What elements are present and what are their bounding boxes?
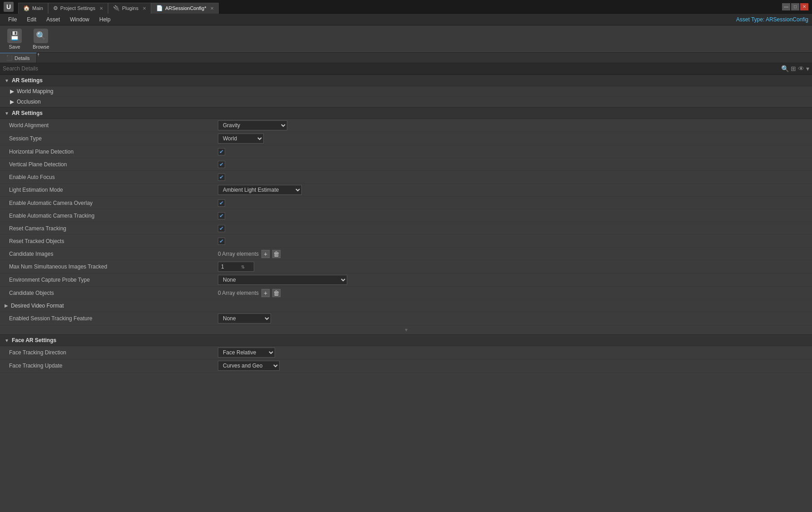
- candidate-images-value: 0 Array elements + 🗑: [218, 250, 803, 258]
- enable-automatic-camera-tracking-row: Enable Automatic Camera Tracking ✔: [0, 209, 812, 222]
- grid-icon[interactable]: ⊞: [791, 65, 796, 72]
- browse-button[interactable]: 🔍 Browse: [29, 27, 53, 51]
- save-button[interactable]: 💾 Save: [4, 27, 25, 51]
- menu-window[interactable]: Window: [65, 15, 94, 24]
- session-type-select[interactable]: World Face Image Object Location Positio…: [218, 134, 264, 144]
- world-alignment-row: World Alignment Gravity Camera GravityAn…: [0, 119, 812, 132]
- enabled-session-tracking-feature-value: None PoseData PlaneData FaceData ImageDa…: [218, 313, 803, 323]
- reset-camera-tracking-checkbox[interactable]: ✔: [218, 225, 225, 232]
- enable-automatic-camera-tracking-value: ✔: [218, 212, 803, 219]
- enabled-session-tracking-feature-label: Enabled Session Tracking Feature: [9, 315, 218, 322]
- enable-auto-focus-checkbox[interactable]: ✔: [218, 174, 225, 181]
- max-num-simultaneous-row: Max Num Simultaneous Images Tracked ⇅: [0, 260, 812, 273]
- horizontal-plane-detection-checkbox[interactable]: ✔: [218, 148, 225, 155]
- maximize-button[interactable]: □: [791, 3, 799, 10]
- occlusion-header[interactable]: ▶ Occlusion: [0, 97, 812, 107]
- world-alignment-value: Gravity Camera GravityAndHeading: [218, 120, 803, 130]
- light-estimation-mode-select[interactable]: None Ambient Light Estimate Directional …: [218, 185, 302, 195]
- tab-arsession-icon: 📄: [156, 5, 163, 11]
- tab-plugins-label: Plugins: [122, 5, 138, 11]
- desired-video-format-row[interactable]: ▶ Desired Video Format: [0, 299, 812, 312]
- tab-project-settings-close[interactable]: ✕: [99, 6, 103, 11]
- face-tracking-update-select[interactable]: Curves and Geo Curves Only Geo Only None: [218, 361, 280, 371]
- face-tracking-direction-select[interactable]: Face Relative World Relative: [218, 348, 275, 358]
- candidate-objects-add[interactable]: +: [261, 289, 270, 297]
- chevron-down-icon[interactable]: ▾: [806, 65, 809, 72]
- ar-settings-section1-label: AR Settings: [12, 77, 43, 84]
- ar-settings-section1-header[interactable]: ▼ AR Settings: [0, 75, 812, 86]
- search-input[interactable]: [3, 65, 778, 72]
- tab-project-settings-label: Project Settings: [60, 5, 95, 11]
- horizontal-plane-detection-label: Horizontal Plane Detection: [9, 149, 218, 155]
- search-icon[interactable]: 🔍: [781, 65, 789, 72]
- enable-automatic-camera-overlay-label: Enable Automatic Camera Overlay: [9, 200, 218, 206]
- light-estimation-mode-label: Light Estimation Mode: [9, 187, 218, 193]
- ar-settings-section2-header[interactable]: ▼ AR Settings: [0, 107, 812, 119]
- candidate-images-controls: 0 Array elements + 🗑: [218, 250, 281, 258]
- asset-type-value: ARSessionConfig: [766, 16, 808, 23]
- candidate-objects-count: 0 Array elements: [218, 290, 259, 296]
- reset-tracked-objects-checkbox[interactable]: ✔: [218, 238, 225, 245]
- pin-icon: [38, 53, 39, 56]
- details-tab[interactable]: ⬛ Details: [0, 53, 37, 63]
- close-button[interactable]: ✕: [800, 3, 808, 10]
- candidate-images-add[interactable]: +: [261, 250, 270, 258]
- title-bar: U 🏠 Main ⚙ Project Settings ✕ 🔌 Plugins …: [0, 0, 812, 14]
- menu-items: File Edit Asset Window Help: [4, 15, 115, 24]
- horizontal-plane-detection-row: Horizontal Plane Detection ✔: [0, 145, 812, 158]
- candidate-objects-value: 0 Array elements + 🗑: [218, 289, 803, 297]
- tab-plugins[interactable]: 🔌 Plugins ✕: [108, 3, 151, 14]
- enabled-session-tracking-feature-select[interactable]: None PoseData PlaneData FaceData ImageDa…: [218, 313, 271, 323]
- enable-automatic-camera-tracking-checkbox[interactable]: ✔: [218, 212, 225, 219]
- occlusion-arrow: ▶: [10, 99, 14, 105]
- enable-automatic-camera-tracking-label: Enable Automatic Camera Tracking: [9, 213, 218, 219]
- face-ar-settings-header[interactable]: ▼ Face AR Settings: [0, 334, 812, 346]
- face-tracking-direction-value: Face Relative World Relative: [218, 348, 803, 358]
- title-bar-left: U 🏠 Main ⚙ Project Settings ✕ 🔌 Plugins …: [4, 0, 219, 14]
- candidate-objects-remove[interactable]: 🗑: [272, 289, 281, 297]
- ar-settings-section2-label: AR Settings: [12, 110, 43, 116]
- minimize-button[interactable]: —: [782, 3, 790, 10]
- ue-logo: U: [4, 2, 14, 12]
- menu-edit[interactable]: Edit: [22, 15, 41, 24]
- environment-capture-probe-type-select[interactable]: None AutomaticOcclusionAndEnvironmentLig…: [218, 275, 347, 285]
- spin-icon: ⇅: [241, 264, 245, 269]
- session-type-label: Session Type: [9, 135, 218, 142]
- tab-project-settings[interactable]: ⚙ Project Settings ✕: [48, 3, 108, 14]
- toolbar: 💾 Save 🔍 Browse: [0, 25, 812, 53]
- title-bar-right: — □ ✕: [782, 3, 808, 10]
- reset-tracked-objects-label: Reset Tracked Objects: [9, 238, 218, 244]
- world-mapping-header[interactable]: ▶ World Mapping: [0, 86, 812, 97]
- session-type-value: World Face Image Object Location Positio…: [218, 134, 803, 144]
- face-tracking-update-value: Curves and Geo Curves Only Geo Only None: [218, 361, 803, 371]
- max-num-simultaneous-input[interactable]: [221, 263, 239, 270]
- tab-main[interactable]: 🏠 Main: [18, 3, 48, 14]
- light-estimation-mode-row: Light Estimation Mode None Ambient Light…: [0, 184, 812, 197]
- session-type-row: Session Type World Face Image Object Loc…: [0, 132, 812, 145]
- candidate-images-remove[interactable]: 🗑: [272, 250, 281, 258]
- enable-automatic-camera-overlay-row: Enable Automatic Camera Overlay ✔: [0, 197, 812, 209]
- world-mapping-label: World Mapping: [17, 88, 53, 94]
- reset-camera-tracking-value: ✔: [218, 225, 803, 232]
- pin-area: [37, 53, 40, 56]
- reset-camera-tracking-label: Reset Camera Tracking: [9, 225, 218, 232]
- world-alignment-select[interactable]: Gravity Camera GravityAndHeading: [218, 120, 287, 130]
- vertical-plane-detection-checkbox[interactable]: ✔: [218, 161, 225, 168]
- menu-help[interactable]: Help: [95, 15, 115, 24]
- reset-tracked-objects-checkbox-wrapper: ✔: [218, 238, 225, 245]
- face-tracking-update-label: Face Tracking Update: [9, 363, 218, 369]
- enable-automatic-camera-overlay-checkbox[interactable]: ✔: [218, 199, 225, 207]
- environment-capture-probe-type-label: Environment Capture Probe Type: [9, 277, 218, 283]
- asset-type: Asset Type: ARSessionConfig: [736, 16, 808, 23]
- enable-auto-focus-checkbox-wrapper: ✔: [218, 174, 225, 181]
- candidate-images-count: 0 Array elements: [218, 251, 259, 257]
- menu-file[interactable]: File: [4, 15, 21, 24]
- tab-main-label: Main: [32, 5, 43, 11]
- scroll-down-icon: ▾: [405, 327, 408, 333]
- tab-arsession-close[interactable]: ✕: [210, 6, 214, 11]
- eye-icon[interactable]: 👁: [798, 65, 804, 72]
- tab-arsession[interactable]: 📄 ARSessionConfig* ✕: [151, 3, 219, 14]
- menu-asset[interactable]: Asset: [42, 15, 64, 24]
- tab-plugins-close[interactable]: ✕: [143, 6, 146, 11]
- candidate-objects-row: Candidate Objects 0 Array elements + 🗑: [0, 287, 812, 299]
